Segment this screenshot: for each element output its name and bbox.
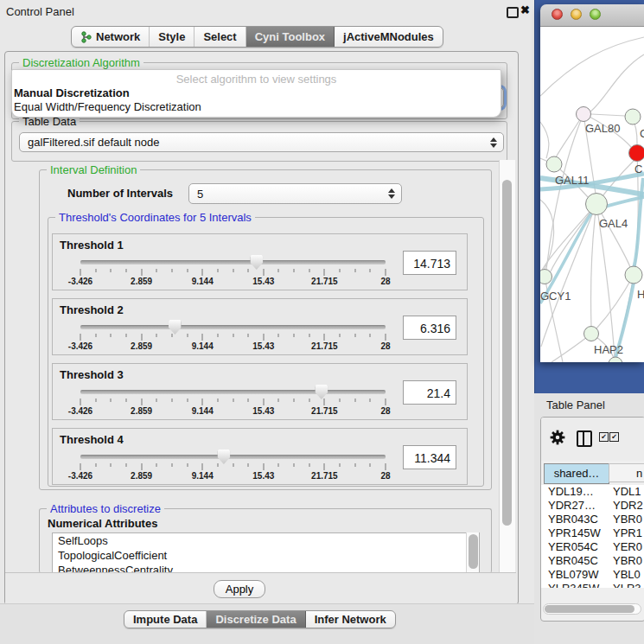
network-node-ga[interactable] bbox=[625, 109, 641, 124]
panel-title: Control Panel bbox=[6, 5, 74, 18]
control-panel-tabs: NetworkStyleSelectCyni ToolboxjActiveMNo… bbox=[71, 26, 443, 48]
num-intervals-combobox[interactable]: 5 bbox=[188, 183, 402, 204]
table-row[interactable]: YBR045CYBR0 bbox=[541, 554, 644, 568]
network-node-gal11[interactable] bbox=[546, 156, 562, 172]
slider-thumb[interactable] bbox=[250, 255, 263, 270]
slider-track bbox=[80, 325, 386, 329]
table-data-combobox[interactable]: galFiltered.sif default node bbox=[19, 132, 504, 152]
threshold-panel-2: Threshold 2-3.4262.8599.14415.4321.71528… bbox=[52, 298, 468, 355]
tick-label: 21.715 bbox=[311, 277, 338, 286]
table-data-selected: galFiltered.sif default node bbox=[28, 136, 159, 149]
threshold-slider[interactable]: -3.4262.8599.14415.4321.71528 bbox=[80, 364, 386, 421]
dropdown-option-manual[interactable]: Manual Discretization bbox=[14, 86, 130, 99]
threshold-value-field[interactable]: 11.344 bbox=[403, 445, 456, 469]
right-pane: GAL80GACGAL11GAL4GCY1HHAP2 Table Panel bbox=[534, 0, 644, 644]
tick-label: 9.144 bbox=[192, 471, 214, 481]
table-row[interactable]: YLR345WYLR3 bbox=[541, 582, 644, 588]
tab-jactivemnodules[interactable]: jActiveMNodules bbox=[335, 27, 443, 47]
table-row[interactable]: YDL19…YDL1 bbox=[541, 485, 644, 499]
columns-icon[interactable] bbox=[577, 430, 592, 447]
threshold-value-field[interactable]: 14.713 bbox=[403, 251, 456, 275]
tab-impute-data[interactable]: Impute Data bbox=[124, 611, 207, 628]
network-edge[interactable] bbox=[590, 54, 644, 112]
tab-label: Discretize Data bbox=[215, 613, 296, 626]
slider-scale: -3.4262.8599.14415.4321.71528 bbox=[80, 341, 386, 352]
node-label: HAP2 bbox=[594, 343, 623, 356]
float-window-icon[interactable] bbox=[507, 7, 519, 18]
group-interval-definition: Interval Definition Number of Intervals … bbox=[39, 169, 492, 490]
tick-label: 2.859 bbox=[131, 471, 152, 481]
tick-label: 21.715 bbox=[311, 341, 338, 351]
dropdown-option-equal-width[interactable]: Equal Width/Frequency Discretization bbox=[14, 100, 201, 113]
threshold-slider[interactable]: -3.4262.8599.14415.4321.71528 bbox=[80, 234, 386, 291]
threshold-slider[interactable]: -3.4262.8599.14415.4321.71528 bbox=[80, 299, 386, 356]
zoom-traffic-icon[interactable] bbox=[590, 9, 601, 20]
cell-shared-name: YPR145W bbox=[548, 526, 601, 539]
table-horizontal-scrollbar[interactable] bbox=[543, 603, 641, 615]
table-panel: ✔ ✔ shared… n YDL19…YDL1YDR27…YDR2YBR043… bbox=[540, 417, 644, 622]
table-panel-toolbar: ✔ ✔ bbox=[541, 418, 644, 461]
tab-style[interactable]: Style bbox=[150, 27, 194, 47]
network-node-gal4[interactable] bbox=[586, 194, 608, 215]
network-node-gcy1[interactable] bbox=[540, 270, 552, 284]
threshold-panel-1: Threshold 1-3.4262.8599.14415.4321.71528… bbox=[52, 233, 468, 290]
num-intervals-value: 5 bbox=[197, 188, 203, 201]
threshold-slider[interactable]: -3.4262.8599.14415.4321.71528 bbox=[80, 429, 386, 486]
slider-ticks bbox=[80, 463, 386, 470]
checkbox-icon[interactable]: ✔ bbox=[609, 432, 619, 442]
network-node-c[interactable] bbox=[629, 145, 644, 162]
network-edge[interactable] bbox=[540, 204, 596, 273]
network-edge[interactable] bbox=[540, 122, 549, 158]
tab-select[interactable]: Select bbox=[194, 27, 245, 47]
slider-scale: -3.4262.8599.14415.4321.71528 bbox=[80, 277, 386, 287]
network-node-gal80[interactable] bbox=[577, 107, 591, 122]
threshold-value-field[interactable]: 21.4 bbox=[403, 380, 456, 405]
network-edge[interactable] bbox=[591, 204, 596, 327]
table-rows: YDL19…YDL1YDR27…YDR2YBR043CYBR0YPR145WYP… bbox=[541, 485, 644, 588]
tab-network[interactable]: Network bbox=[72, 27, 150, 47]
network-node-hap2[interactable] bbox=[584, 327, 599, 341]
apply-button[interactable]: Apply bbox=[214, 580, 265, 598]
checkbox-icon[interactable]: ✔ bbox=[599, 432, 609, 442]
attributes-list-scrollbar[interactable] bbox=[466, 532, 479, 572]
network-node-h[interactable] bbox=[625, 266, 642, 284]
cyni-toolbox-panel: Discretization Algorithm Select algorith… bbox=[4, 51, 519, 605]
slider-thumb[interactable] bbox=[169, 320, 182, 335]
table-row[interactable]: YDR27…YDR2 bbox=[541, 499, 644, 513]
table-row[interactable]: YER054CYER0 bbox=[541, 540, 644, 554]
table-row[interactable]: YPR145WYPR1 bbox=[541, 526, 644, 540]
cell-shared-name: YDR27… bbox=[548, 499, 596, 512]
tab-cyni-toolbox[interactable]: Cyni Toolbox bbox=[246, 27, 335, 47]
list-item[interactable]: SelfLoops bbox=[53, 533, 479, 548]
tick-label: 2.859 bbox=[131, 406, 152, 416]
column-header-name[interactable]: n bbox=[609, 463, 644, 482]
tab-discretize-data[interactable]: Discretize Data bbox=[207, 611, 305, 628]
numerical-attributes-list[interactable]: SelfLoopsTopologicalCoefficientBetweenne… bbox=[52, 532, 480, 574]
tick-label: 15.43 bbox=[252, 341, 274, 351]
close-icon[interactable]: ✖ bbox=[520, 3, 530, 16]
network-edge[interactable] bbox=[591, 114, 625, 116]
tab-label: Select bbox=[203, 30, 236, 43]
combo-stepper-icon bbox=[490, 137, 497, 148]
threshold-panel-4: Threshold 4-3.4262.8599.14415.4321.71528… bbox=[52, 428, 468, 485]
column-header-shared-name[interactable]: shared… bbox=[544, 463, 609, 484]
close-traffic-icon[interactable] bbox=[552, 9, 563, 20]
cyni-bottom-bar: Impute DataDiscretize DataInfer Network bbox=[0, 603, 534, 644]
list-item[interactable]: TopologicalCoefficient bbox=[53, 548, 479, 563]
threshold-value-field[interactable]: 6.316 bbox=[403, 316, 456, 340]
slider-ticks bbox=[80, 334, 386, 341]
slider-thumb[interactable] bbox=[217, 450, 230, 464]
app-root: Control Panel ✖ NetworkStyleSelectCyni T… bbox=[0, 0, 644, 644]
network-canvas[interactable]: GAL80GACGAL11GAL4GCY1HHAP2 bbox=[540, 27, 644, 362]
table-row[interactable]: YBL079WYBL0 bbox=[541, 568, 644, 582]
minimize-traffic-icon[interactable] bbox=[571, 9, 582, 20]
network-edge[interactable] bbox=[596, 275, 634, 328]
settings-scrollbar[interactable] bbox=[499, 160, 515, 572]
network-node-node-bottom[interactable] bbox=[609, 357, 622, 362]
tab-infer-network[interactable]: Infer Network bbox=[306, 611, 395, 628]
node-label: H bbox=[637, 288, 644, 301]
slider-thumb[interactable] bbox=[315, 385, 328, 399]
gear-icon[interactable] bbox=[550, 430, 565, 449]
table-row[interactable]: YBR043CYBR0 bbox=[541, 513, 644, 526]
tick-label: 15.43 bbox=[252, 471, 274, 481]
